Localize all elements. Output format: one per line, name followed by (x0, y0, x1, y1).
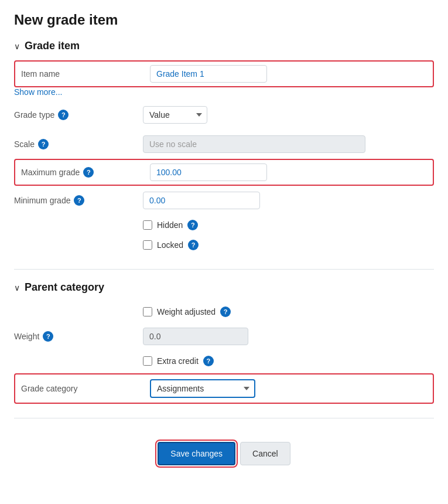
grade-category-highlighted-row: Grade category Assignments Category 1 Ca… (14, 373, 434, 404)
grade-item-section: ∨ Grade item Item name Show more... Grad… (14, 40, 434, 255)
parent-category-chevron[interactable]: ∨ (14, 283, 20, 292)
item-name-label: Item name (21, 69, 150, 79)
weight-control (143, 328, 434, 345)
max-grade-input[interactable] (150, 164, 267, 181)
locked-label: Locked (157, 240, 183, 250)
weight-adjusted-help-icon[interactable]: ? (220, 307, 231, 317)
min-grade-label: Minimum grade ? (14, 195, 143, 206)
weight-adjusted-label: Weight adjusted (157, 307, 216, 316)
locked-help-icon[interactable]: ? (188, 240, 199, 250)
hidden-label: Hidden (157, 220, 183, 230)
bottom-divider (14, 418, 434, 418)
cancel-button[interactable]: Cancel (240, 442, 290, 465)
grade-category-control: Assignments Category 1 Category 2 (150, 379, 427, 398)
show-more-link[interactable]: Show more... (14, 87, 434, 97)
grade-type-control: Value Scale Text None (143, 106, 434, 124)
scale-help-icon[interactable]: ? (38, 139, 49, 149)
item-name-highlighted-row: Item name (14, 60, 434, 87)
extra-credit-row: Extra credit ? (143, 351, 434, 371)
weight-label: Weight ? (14, 331, 143, 342)
section-divider (14, 269, 434, 270)
page-title: New grade item (14, 12, 434, 28)
max-grade-highlighted-row: Maximum grade ? (14, 159, 434, 186)
min-grade-row: Minimum grade ? (14, 186, 434, 215)
item-name-input[interactable] (150, 65, 267, 83)
weight-input[interactable] (143, 328, 248, 345)
scale-control: Use no scale (143, 135, 434, 153)
grade-item-chevron[interactable]: ∨ (14, 42, 20, 51)
hidden-help-icon[interactable]: ? (187, 220, 198, 230)
button-row: Save changes Cancel (14, 430, 434, 477)
grade-category-select[interactable]: Assignments Category 1 Category 2 (150, 379, 255, 398)
extra-credit-help-icon[interactable]: ? (203, 356, 214, 366)
save-changes-button[interactable]: Save changes (158, 442, 235, 465)
scale-select[interactable]: Use no scale (143, 135, 365, 153)
parent-category-section: ∨ Parent category Weight adjusted ? Weig… (14, 281, 434, 404)
weight-adjusted-checkbox[interactable] (143, 307, 152, 316)
min-grade-control (143, 192, 434, 209)
grade-type-label: Grade type ? (14, 110, 143, 120)
locked-checkbox[interactable] (143, 240, 152, 250)
grade-item-section-header: ∨ Grade item (14, 40, 434, 52)
extra-credit-checkbox[interactable] (143, 356, 152, 366)
grade-type-select[interactable]: Value Scale Text None (143, 106, 207, 124)
grade-item-heading: Grade item (25, 40, 80, 52)
hidden-checkbox[interactable] (143, 220, 152, 230)
item-name-control (150, 65, 427, 83)
scale-row: Scale ? Use no scale (14, 130, 434, 159)
hidden-row: Hidden ? (143, 215, 434, 235)
max-grade-label: Maximum grade ? (21, 167, 150, 178)
min-grade-input[interactable] (143, 192, 260, 209)
weight-row: Weight ? (14, 322, 434, 351)
scale-label: Scale ? (14, 139, 143, 149)
extra-credit-label: Extra credit (157, 356, 199, 366)
parent-category-section-header: ∨ Parent category (14, 281, 434, 294)
grade-type-row: Grade type ? Value Scale Text None (14, 100, 434, 130)
min-grade-help-icon[interactable]: ? (74, 195, 84, 206)
locked-row: Locked ? (143, 235, 434, 255)
max-grade-control (150, 164, 427, 181)
weight-help-icon[interactable]: ? (43, 331, 53, 342)
weight-adjusted-row: Weight adjusted ? (143, 302, 434, 322)
grade-type-help-icon[interactable]: ? (58, 110, 69, 120)
parent-category-heading: Parent category (25, 281, 104, 294)
max-grade-help-icon[interactable]: ? (83, 167, 94, 178)
grade-category-label: Grade category (21, 384, 150, 393)
